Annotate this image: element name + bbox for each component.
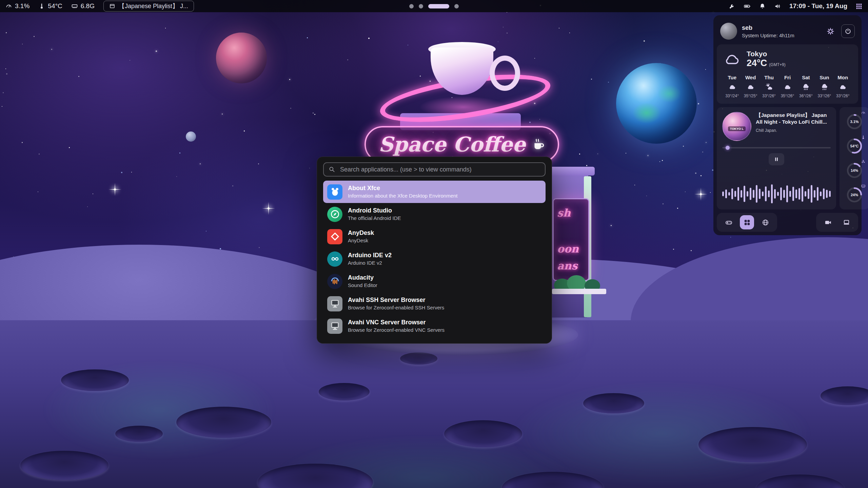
media-title: 【Japanese Playlist】 Japan All Night - To… <box>756 112 831 125</box>
workspace-dot[interactable] <box>409 4 414 8</box>
system-uptime: System Uptime: 4h11m <box>742 33 819 38</box>
moon-crater <box>115 426 163 442</box>
workspace-dot-active[interactable] <box>428 4 449 8</box>
waveform-bar <box>826 190 828 198</box>
waveform-bar <box>805 191 806 197</box>
memory-usage: 6.8G <box>71 2 95 10</box>
power-button[interactable] <box>841 24 855 38</box>
cpu-temp-value: 54°C <box>48 2 62 10</box>
cloud-weather-icon <box>728 83 736 91</box>
quick-actions-left <box>717 213 777 232</box>
android-app-icon <box>327 207 342 222</box>
waveform-bar <box>820 191 822 196</box>
forecast-temps: 33°/24° <box>725 94 739 98</box>
floating-cup <box>379 47 542 121</box>
cup-glow <box>419 96 507 118</box>
album-art[interactable]: TOKYO L <box>722 112 751 141</box>
screen-record-button[interactable] <box>821 215 835 229</box>
forecast-temps: 35°/25° <box>744 94 757 98</box>
forecast-day: Fri35°/26° <box>778 75 796 98</box>
apps-button[interactable] <box>740 215 754 229</box>
forecast-day-label: Mon <box>837 75 848 80</box>
cup-handle <box>490 56 520 91</box>
waveform-bar <box>741 190 742 198</box>
waveform-bar <box>728 192 730 196</box>
settings-button[interactable] <box>824 24 837 38</box>
quick-actions-right <box>816 213 858 232</box>
small-moon <box>186 131 196 142</box>
app-description: Arduino IDE v2 <box>348 260 392 266</box>
forecast-row: Tue33°/24°Wed35°/25°Thu33°/26°Fri35°/26°… <box>723 75 852 98</box>
laptop-icon <box>843 219 850 226</box>
app-name: Arduino IDE v2 <box>348 251 392 259</box>
waveform-bar <box>762 191 764 196</box>
gear-icon <box>827 27 834 35</box>
waveform-bar <box>737 187 739 201</box>
waveform-bar <box>798 188 800 200</box>
moon-crater <box>176 407 271 438</box>
network-button[interactable] <box>758 215 772 229</box>
app-description: Browse for Zeroconf-enabled SSH Servers <box>348 305 444 311</box>
globe-icon <box>762 219 769 226</box>
thermo-icon <box>861 135 866 140</box>
forecast-day: Sun33°/26° <box>815 75 833 98</box>
avatar[interactable] <box>720 23 737 40</box>
game-mode-button[interactable] <box>722 215 736 229</box>
workspace-dot[interactable] <box>454 4 459 8</box>
volume-icon[interactable] <box>774 3 781 10</box>
app-list-item[interactable]: Avahi VNC Server BrowserBrowse for Zeroc… <box>323 315 546 337</box>
app-grid-icon[interactable] <box>855 3 863 10</box>
waveform-bar <box>744 186 745 202</box>
gauge-value: 14% <box>851 168 858 172</box>
tools-icon[interactable] <box>728 3 735 10</box>
waveform-bar <box>747 191 748 197</box>
app-list-item[interactable]: AudacitySound Editor <box>323 270 546 292</box>
game-controller-icon <box>725 219 733 226</box>
pause-button[interactable] <box>769 153 784 165</box>
cloud-weather-icon <box>746 83 755 91</box>
workspace-dot[interactable] <box>419 4 423 8</box>
waveform-bar <box>829 191 831 197</box>
search-icon <box>329 166 335 173</box>
app-list-item[interactable]: AnyDeskAnyDesk <box>323 225 546 248</box>
cpu-usage-value: 3.1% <box>15 2 29 10</box>
user-card: seb System Uptime: 4h11m <box>717 19 858 43</box>
app-description: Information about the Xfce Desktop Envir… <box>348 193 458 199</box>
waveform-bar <box>786 185 788 202</box>
waveform-bar <box>802 186 803 202</box>
xfce-app-icon <box>327 184 342 200</box>
pause-icon <box>773 156 780 162</box>
memory-value: 6.8G <box>81 2 95 10</box>
waveform-bar <box>789 191 791 197</box>
forecast-day: Sat36°/26° <box>797 75 815 98</box>
anydesk-app-icon <box>327 229 342 244</box>
forecast-day: Thu33°/26° <box>760 75 778 98</box>
battery-icon[interactable] <box>744 3 751 10</box>
workspace-indicator[interactable] <box>409 0 459 12</box>
clock[interactable]: 17:09 - Tue, 19 Aug <box>789 2 847 10</box>
app-list-item[interactable]: Android StudioThe official Android IDE <box>323 203 546 225</box>
app-list-item[interactable]: Avahi SSH Server BrowserBrowse for Zeroc… <box>323 292 546 315</box>
progress-thumb[interactable] <box>726 146 730 150</box>
waveform-bar <box>759 189 761 199</box>
waveform-bar <box>774 189 776 199</box>
app-description: Sound Editor <box>348 282 377 289</box>
app-list-item[interactable]: Arduino IDE v2Arduino IDE v2 <box>323 248 546 270</box>
taskbar-window-button[interactable]: 【Japanese Playlist】 J... <box>103 1 194 12</box>
app-list-item[interactable]: About XfceInformation about the Xfce Des… <box>323 181 546 203</box>
forecast-day-label: Fri <box>784 75 791 80</box>
moon-crater <box>20 451 108 480</box>
waveform-bar <box>817 187 818 201</box>
search-box[interactable] <box>323 162 546 177</box>
cpu-meter-icon <box>5 3 12 9</box>
notifications-bell-icon[interactable] <box>759 3 766 10</box>
media-progress-slider[interactable] <box>722 147 831 148</box>
forecast-temps: 35°/26° <box>781 94 794 98</box>
display-button[interactable] <box>839 215 853 229</box>
forecast-day-label: Tue <box>728 75 736 80</box>
bright-star <box>114 188 116 190</box>
waveform-bar <box>722 191 724 196</box>
forecast-day-label: Sun <box>820 75 829 80</box>
waveform-bar <box>792 187 794 201</box>
search-input[interactable] <box>339 166 540 174</box>
